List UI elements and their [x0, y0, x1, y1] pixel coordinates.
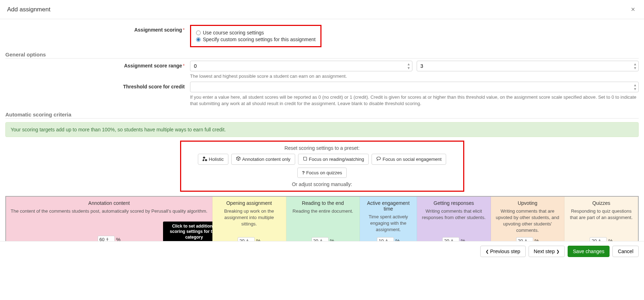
card-desc: Responding to quiz questions that are pa…	[568, 208, 634, 234]
modal-footer: ❮ Previous step Next step ❯ Save changes…	[0, 241, 644, 261]
card-desc: Time spent actively engaging with the as…	[363, 214, 413, 234]
pct-input[interactable]: 60 ▲▼	[98, 236, 115, 241]
preset-reading-button[interactable]: Focus on reading/watching	[298, 154, 369, 165]
range-help: The lowest and highest possible score a …	[190, 73, 639, 80]
card-title: Upvoting	[494, 200, 561, 206]
card-active-engagement: Active engagement time Time spent active…	[360, 197, 417, 241]
range-min-input[interactable]	[190, 61, 412, 71]
next-step-button[interactable]: Next step ❯	[529, 246, 565, 257]
chevron-right-icon: ❯	[556, 249, 559, 254]
range-max-input[interactable]	[417, 61, 639, 71]
card-upvoting: Upvoting Writing comments that are upvot…	[491, 197, 565, 241]
close-icon[interactable]: ×	[629, 5, 637, 13]
section-auto: Automatic scoring criteria	[5, 109, 639, 119]
card-title: Quizzes	[568, 200, 634, 206]
chevron-left-icon: ❮	[486, 249, 489, 254]
scoring-label: Assignment scoring*	[5, 25, 190, 33]
card-getting-responses: Getting responses Writing comments that …	[417, 197, 491, 241]
card-title: Opening assignment	[216, 200, 282, 206]
radio-use-course[interactable]: Use course scoring settings	[196, 30, 315, 36]
radio-use-course-input[interactable]	[196, 31, 201, 35]
preset-social-button[interactable]: Focus on social engagement	[372, 154, 446, 165]
pct-symbol: %	[116, 237, 120, 241]
card-desc: Breaking up work on the assignment into …	[216, 208, 282, 234]
cancel-button[interactable]: Cancel	[612, 246, 639, 257]
card-title: Reading to the end	[290, 200, 356, 206]
pct-symbol: %	[330, 238, 334, 241]
pct-input[interactable]: 20 ▲▼	[238, 237, 255, 241]
or-adjust-label: Or adjust scoring manually:	[186, 181, 458, 187]
card-desc: Writing comments that elicit responses f…	[421, 208, 487, 234]
card-annotation-content: Annotation content The content of the co…	[6, 197, 212, 241]
modal-header: Add assignment ×	[0, 0, 644, 19]
cubes-icon	[202, 156, 207, 162]
radio-custom[interactable]: Specify custom scoring settings for this…	[196, 37, 315, 42]
pct-input[interactable]: 20 ▲▼	[516, 237, 533, 241]
card-desc: Writing comments that are upvoted by oth…	[494, 208, 561, 234]
comment-icon	[376, 156, 381, 162]
pct-symbol: %	[395, 238, 400, 241]
pct-symbol: %	[608, 238, 612, 241]
card-title: Active engagement time	[363, 200, 413, 212]
pct-input[interactable]: 20 ▲▼	[312, 237, 329, 241]
pct-input[interactable]: 20 ▲▼	[590, 237, 607, 241]
card-quizzes: Quizzes Responding to quiz questions tha…	[564, 197, 638, 241]
preset-label: Reset scoring settings to a preset:	[186, 145, 458, 151]
pct-symbol: %	[535, 238, 539, 241]
section-general: General options	[5, 49, 639, 59]
preset-annotation-button[interactable]: Annotation content only	[231, 154, 295, 165]
preset-holistic-button[interactable]: Holistic	[198, 154, 228, 165]
pct-input[interactable]: 20 ▲▼	[442, 237, 459, 241]
cube-icon	[236, 156, 241, 162]
book-icon	[303, 156, 308, 162]
pct-input[interactable]: 10 ▲▼	[377, 237, 394, 241]
card-opening-assignment: Opening assignment Breaking up work on t…	[212, 197, 286, 241]
save-changes-button[interactable]: Save changes	[568, 246, 610, 257]
preset-quizzes-button[interactable]: ? Focus on quizzes	[297, 168, 347, 178]
modal-title: Add assignment	[7, 6, 50, 13]
alert-success: Your scoring targets add up to more than…	[5, 122, 639, 137]
pct-symbol: %	[256, 238, 260, 241]
scoring-cards: Annotation content The content of the co…	[5, 196, 639, 241]
card-desc: Reading the entire document.	[290, 208, 356, 234]
pct-symbol: %	[461, 238, 465, 241]
card-title: Annotation content	[10, 200, 209, 206]
card-title: Getting responses	[421, 200, 487, 206]
threshold-help: If you enter a value here, all student s…	[190, 94, 639, 107]
threshold-input[interactable]	[190, 82, 639, 92]
scoring-radio-group: Use course scoring settings Specify cust…	[190, 25, 321, 47]
preset-box: Reset scoring settings to a preset: Holi…	[180, 141, 464, 192]
question-icon: ?	[302, 170, 305, 175]
previous-step-button[interactable]: ❮ Previous step	[480, 246, 526, 257]
card-reading-end: Reading to the end Reading the entire do…	[286, 197, 360, 241]
radio-custom-input[interactable]	[196, 37, 201, 42]
modal-body: Assignment scoring* Use course scoring s…	[0, 19, 644, 241]
range-label: Assignment score range*	[5, 61, 190, 69]
threshold-label: Threshold score for credit	[5, 82, 190, 89]
